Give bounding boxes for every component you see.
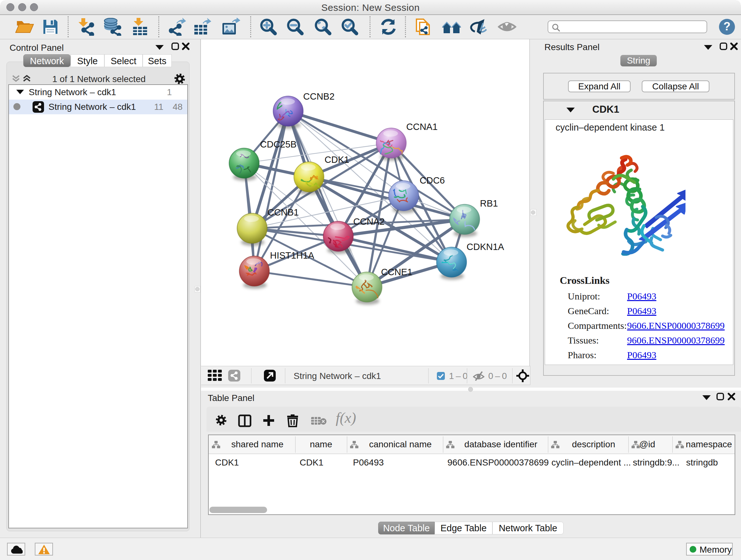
svg-text:?: ? bbox=[724, 20, 731, 33]
svg-text:CDK1: CDK1 bbox=[325, 154, 349, 165]
svg-text:CDC25B: CDC25B bbox=[260, 139, 296, 149]
svg-text:CCNE1: CCNE1 bbox=[381, 267, 412, 277]
svg-text:HIST1H1A: HIST1H1A bbox=[270, 250, 314, 260]
svg-text:CDKN1A: CDKN1A bbox=[467, 242, 504, 252]
svg-text:CCNA1: CCNA1 bbox=[406, 122, 437, 132]
svg-text:CCNA2: CCNA2 bbox=[353, 216, 385, 227]
svg-text:RB1: RB1 bbox=[480, 198, 498, 208]
svg-text:CCNB2: CCNB2 bbox=[303, 91, 334, 102]
svg-text:CDC6: CDC6 bbox=[420, 175, 445, 186]
svg-text:CCNB1: CCNB1 bbox=[267, 207, 299, 217]
